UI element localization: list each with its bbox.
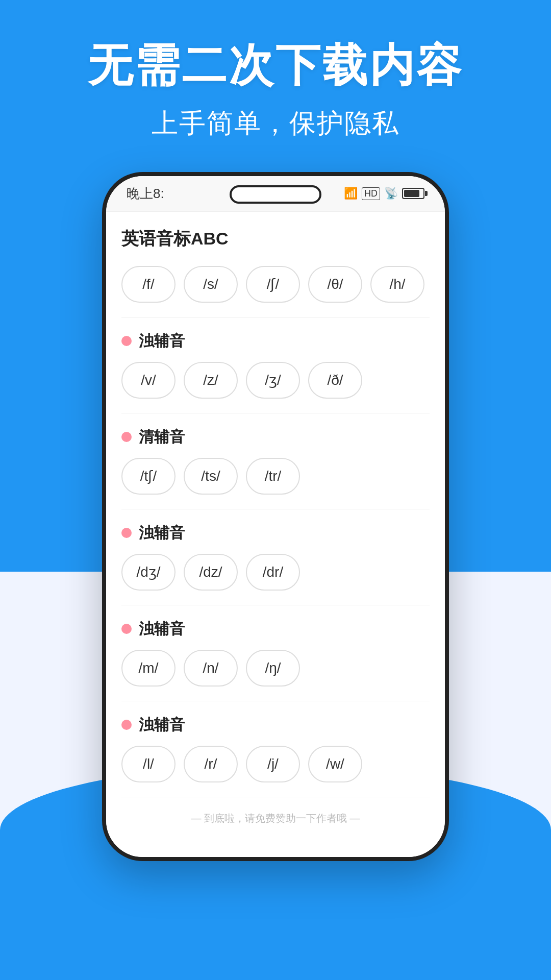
divider-3	[121, 509, 430, 509]
symbol-row-5: /m/ /n/ /ŋ/	[121, 645, 430, 697]
hd-badge: HD	[362, 187, 380, 200]
divider-6	[121, 797, 430, 797]
symbol-sh[interactable]: /ʃ/	[246, 266, 300, 303]
screen-title: 英语音标ABC	[121, 212, 430, 261]
symbol-h[interactable]: /h/	[370, 266, 424, 303]
symbol-l[interactable]: /l/	[121, 746, 176, 782]
bottom-text: — 到底啦，请免费赞助一下作者哦 —	[121, 801, 430, 836]
wifi-icon: 📡	[384, 187, 398, 200]
section-label-4: 浊辅音	[139, 523, 185, 544]
symbol-eth[interactable]: /ð/	[308, 362, 362, 399]
symbol-dzh[interactable]: /dʒ/	[121, 554, 176, 591]
section-label-5: 浊辅音	[139, 619, 185, 640]
sub-title: 上手简单，保护隐私	[0, 106, 551, 141]
symbol-row-4: /dʒ/ /dz/ /dr/	[121, 549, 430, 601]
symbol-ts[interactable]: /ts/	[184, 458, 238, 495]
divider-2	[121, 413, 430, 413]
phone-notch	[230, 185, 321, 204]
symbol-zh[interactable]: /ʒ/	[246, 362, 300, 399]
symbol-f[interactable]: /f/	[121, 266, 176, 303]
section-dot-3	[121, 432, 132, 442]
section-header-5: 浊辅音	[121, 609, 430, 645]
phone-screen[interactable]: 英语音标ABC /f/ /s/ /ʃ/ /θ/ /h/ 浊辅音 /v/ /z/ …	[106, 212, 445, 857]
section-header-6: 浊辅音	[121, 705, 430, 741]
main-title: 无需二次下载内容	[0, 41, 551, 90]
divider-1	[121, 317, 430, 317]
status-icons: 📶 HD 📡	[344, 187, 424, 200]
symbol-row-6: /l/ /r/ /j/ /w/	[121, 741, 430, 793]
section-header-2: 浊辅音	[121, 322, 430, 357]
signal-icon: 📶	[344, 187, 358, 200]
symbol-s[interactable]: /s/	[184, 266, 238, 303]
symbol-z[interactable]: /z/	[184, 362, 238, 399]
symbol-row-2: /v/ /z/ /ʒ/ /ð/	[121, 357, 430, 409]
symbol-dz[interactable]: /dz/	[184, 554, 238, 591]
header-area: 无需二次下载内容 上手简单，保护隐私	[0, 0, 551, 141]
divider-4	[121, 605, 430, 605]
section-dot-5	[121, 624, 132, 634]
symbol-w[interactable]: /w/	[308, 746, 362, 782]
section-label-3: 清辅音	[139, 427, 185, 448]
symbol-row-1: /f/ /s/ /ʃ/ /θ/ /h/	[121, 261, 430, 313]
battery-icon	[402, 188, 424, 199]
section-dot-6	[121, 720, 132, 730]
section-label-2: 浊辅音	[139, 331, 185, 352]
symbol-row-3: /tʃ/ /ts/ /tr/	[121, 453, 430, 505]
section-dot-4	[121, 528, 132, 538]
symbol-tr[interactable]: /tr/	[246, 458, 300, 495]
phone-wrapper: 晚上8: 📶 HD 📡 英语音标ABC /f/ /s/ /ʃ/ /θ/ /h/	[0, 172, 551, 861]
symbol-r[interactable]: /r/	[184, 746, 238, 782]
section-header-4: 浊辅音	[121, 513, 430, 549]
symbol-j[interactable]: /j/	[246, 746, 300, 782]
symbol-n[interactable]: /n/	[184, 650, 238, 687]
battery-fill	[404, 190, 419, 197]
symbol-v[interactable]: /v/	[121, 362, 176, 399]
symbol-ng[interactable]: /ŋ/	[246, 650, 300, 687]
symbol-theta[interactable]: /θ/	[308, 266, 362, 303]
symbol-dr[interactable]: /dr/	[246, 554, 300, 591]
divider-5	[121, 701, 430, 701]
section-dot-2	[121, 336, 132, 346]
symbol-m[interactable]: /m/	[121, 650, 176, 687]
symbol-tsh[interactable]: /tʃ/	[121, 458, 176, 495]
status-time: 晚上8:	[127, 185, 164, 203]
section-header-3: 清辅音	[121, 418, 430, 453]
phone-frame: 晚上8: 📶 HD 📡 英语音标ABC /f/ /s/ /ʃ/ /θ/ /h/	[102, 172, 449, 861]
section-label-6: 浊辅音	[139, 715, 185, 736]
